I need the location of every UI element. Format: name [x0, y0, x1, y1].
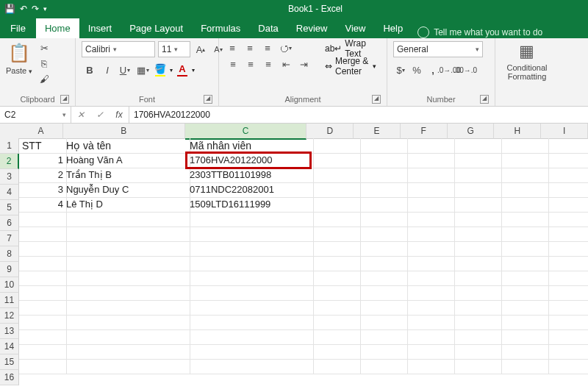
cell[interactable]: [545, 359, 588, 374]
underline-icon[interactable]: U▾: [117, 63, 133, 76]
conditional-formatting-button[interactable]: ▦ Conditional Formatting: [506, 41, 547, 81]
number-format-combo[interactable]: General ▾: [393, 41, 483, 57]
cell[interactable]: [63, 315, 190, 330]
cell[interactable]: [545, 271, 588, 286]
undo-icon[interactable]: ↶: [20, 3, 27, 15]
cell[interactable]: [19, 285, 67, 301]
cancel-formula-icon[interactable]: ✕: [71, 110, 90, 120]
cell[interactable]: [310, 256, 361, 271]
qat-dropdown-icon[interactable]: ▾: [43, 3, 47, 15]
cell[interactable]: [498, 256, 549, 271]
cut-icon[interactable]: ✂: [37, 41, 51, 54]
cell[interactable]: [404, 256, 455, 271]
cell[interactable]: [357, 285, 408, 301]
row-header[interactable]: 5: [0, 200, 19, 215]
font-size-combo[interactable]: 11▾: [158, 41, 190, 57]
cell[interactable]: [451, 153, 502, 168]
column-header[interactable]: H: [494, 124, 541, 139]
cell[interactable]: [545, 241, 588, 257]
paste-button[interactable]: 📋 Paste ▾: [6, 41, 32, 75]
row-header[interactable]: 7: [0, 231, 19, 246]
cell[interactable]: [451, 359, 502, 374]
cell[interactable]: [187, 212, 314, 227]
cell[interactable]: Họ và tên: [63, 138, 190, 154]
cell[interactable]: [357, 344, 408, 360]
cell[interactable]: [63, 285, 190, 301]
row-header[interactable]: 9: [0, 262, 19, 277]
cell[interactable]: [19, 227, 67, 242]
cell[interactable]: [187, 344, 314, 360]
cell[interactable]: [357, 138, 408, 154]
cell[interactable]: [404, 168, 455, 183]
cell[interactable]: [498, 300, 549, 316]
row-header[interactable]: 15: [0, 354, 19, 370]
cell[interactable]: [357, 182, 408, 198]
cell[interactable]: [404, 138, 455, 154]
cell[interactable]: [63, 300, 190, 316]
decrease-indent-icon[interactable]: ⇤: [278, 57, 294, 71]
cell[interactable]: STT: [19, 138, 67, 154]
cell[interactable]: [187, 241, 314, 257]
cell[interactable]: [19, 329, 67, 345]
fill-color-icon[interactable]: 🪣: [152, 63, 168, 76]
cell[interactable]: [451, 315, 502, 330]
row-header[interactable]: 14: [0, 339, 19, 354]
cell[interactable]: [404, 182, 455, 198]
cell[interactable]: [498, 168, 549, 183]
row-header[interactable]: 16: [0, 370, 19, 385]
cell[interactable]: [19, 241, 67, 257]
cell[interactable]: [357, 168, 408, 183]
copy-icon[interactable]: ⎘: [37, 57, 51, 70]
cell[interactable]: [310, 271, 361, 286]
cell[interactable]: [187, 329, 314, 345]
row-header[interactable]: 12: [0, 308, 19, 324]
cell[interactable]: [498, 138, 549, 154]
cell[interactable]: [451, 212, 502, 227]
cell[interactable]: [545, 344, 588, 360]
cell[interactable]: [498, 315, 549, 330]
cell[interactable]: [404, 315, 455, 330]
row-header[interactable]: 3: [0, 169, 19, 185]
cell[interactable]: [310, 197, 361, 213]
orientation-icon[interactable]: ⭯▾: [278, 41, 293, 54]
column-header[interactable]: B: [63, 124, 185, 139]
cell[interactable]: 2: [19, 168, 67, 183]
cell[interactable]: [545, 285, 588, 301]
row-header[interactable]: 4: [0, 185, 19, 200]
cell[interactable]: [451, 182, 502, 198]
wrap-text-button[interactable]: ab↵ Wrap Text: [320, 41, 381, 56]
italic-icon[interactable]: I: [99, 63, 115, 76]
clipboard-dialog-launcher-icon[interactable]: ◢: [60, 95, 69, 104]
cell[interactable]: [404, 329, 455, 345]
cell[interactable]: [545, 329, 588, 345]
cell[interactable]: [498, 153, 549, 168]
cell[interactable]: [357, 197, 408, 213]
cell[interactable]: [404, 227, 455, 242]
cell[interactable]: [357, 153, 408, 168]
cell[interactable]: Hoàng Văn A: [63, 153, 190, 168]
cell[interactable]: [545, 182, 588, 198]
cell[interactable]: [498, 227, 549, 242]
cell[interactable]: [451, 197, 502, 213]
cell[interactable]: [310, 138, 361, 154]
cell[interactable]: [498, 241, 549, 257]
grow-font-icon[interactable]: A▴: [193, 43, 208, 56]
cell[interactable]: [404, 300, 455, 316]
bold-icon[interactable]: B: [82, 63, 98, 76]
cell[interactable]: [545, 212, 588, 227]
cell[interactable]: [19, 359, 67, 374]
accounting-format-icon[interactable]: $▾: [393, 63, 408, 76]
cell[interactable]: [63, 359, 190, 374]
cell[interactable]: [498, 285, 549, 301]
column-header[interactable]: A: [19, 124, 63, 139]
column-header[interactable]: F: [401, 124, 448, 139]
row-header[interactable]: 11: [0, 293, 19, 308]
align-center-icon[interactable]: ≡: [243, 57, 259, 71]
cell[interactable]: [357, 227, 408, 242]
increase-indent-icon[interactable]: ⇥: [295, 57, 312, 71]
cell[interactable]: [451, 256, 502, 271]
percent-format-icon[interactable]: %: [409, 63, 424, 76]
cell[interactable]: [451, 300, 502, 316]
align-left-icon[interactable]: ≡: [225, 57, 241, 71]
cell[interactable]: [63, 256, 190, 271]
